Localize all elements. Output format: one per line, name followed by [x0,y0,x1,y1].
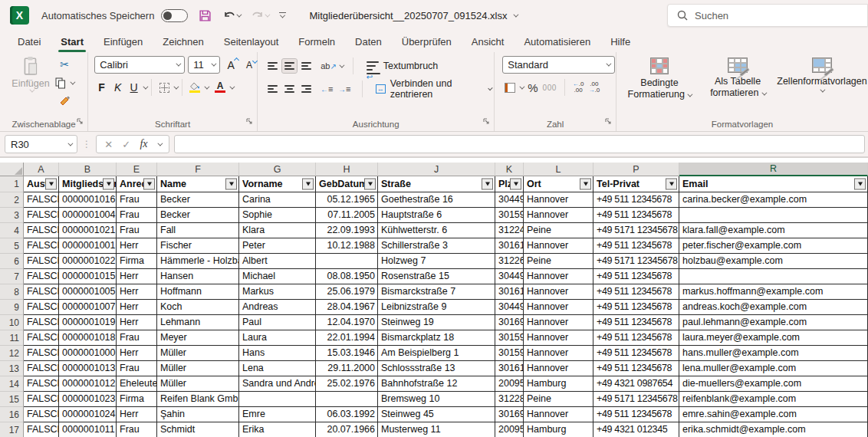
underline-button[interactable]: U [127,81,141,94]
cell-E12[interactable]: Herr [117,346,157,361]
accounting-format-button[interactable] [502,79,518,96]
column-header-K[interactable]: K [495,163,524,176]
cell-L10[interactable]: Hannover [524,315,593,330]
cell-J14[interactable]: Bahnhofstraße 12 [378,376,495,392]
cell-P4[interactable]: +49 5171 12345678 [593,223,679,238]
cell-J17[interactable]: Musterweg 11 [378,422,495,437]
borders-button[interactable] [156,79,172,96]
cell-J11[interactable]: Bismarckplatz 18 [378,330,495,346]
cell-A6[interactable]: FALSCH [24,254,59,269]
cell-K13[interactable]: 30161 [495,361,524,376]
cell-R4[interactable]: klara.fall@example.com [679,223,868,238]
cell-H10[interactable]: 12.04.1970 [316,315,378,330]
decrease-indent-button[interactable]: ←≡ [319,80,334,97]
cell-B4[interactable]: 0000001021 [59,223,117,238]
cell-A4[interactable]: FALSCH [24,223,59,238]
cancel-icon[interactable]: ✕ [104,139,113,150]
cell-B14[interactable]: 0000001012 [59,376,117,392]
row-header-8[interactable]: 8 [0,284,24,300]
align-top-button[interactable] [265,59,280,73]
cell-A9[interactable]: FALSCH [24,300,59,315]
alignment-dialog-launcher[interactable] [483,114,490,128]
cell-E7[interactable]: Herr [117,269,157,284]
cell-R17[interactable]: erika.schmidt@example.com [679,422,868,437]
cell-E16[interactable]: Herr [117,407,157,422]
cell-G15[interactable] [239,392,316,407]
align-center-button[interactable] [282,82,297,96]
increase-indent-button[interactable]: →≡ [337,80,352,97]
cell-P16[interactable]: +49 511 12345678 [593,407,679,422]
column-header-A[interactable]: A [24,163,59,176]
row-header-15[interactable]: 15 [0,392,24,407]
insert-function-button[interactable]: fx [140,138,147,150]
cell-E17[interactable]: Frau [117,422,157,437]
cell-R2[interactable]: carina.becker@example.com [679,192,868,208]
cell-P15[interactable]: +49 5171 12345678 [593,392,679,407]
filter-button-L[interactable] [580,179,591,190]
cell-K4[interactable]: 31224 [495,223,524,238]
cell-H14[interactable]: 25.02.1976 [316,376,378,392]
cell-L13[interactable]: Hannover [524,361,593,376]
cell-K1[interactable]: Plz [495,176,524,192]
font-name-select[interactable]: Calibri [94,56,185,74]
cell-L11[interactable]: Hannover [524,330,593,346]
cell-B5[interactable]: 0000001001 [59,238,117,254]
row-header-10[interactable]: 10 [0,315,24,330]
cell-K7[interactable]: 30449 [495,269,524,284]
cell-F16[interactable]: Şahin [157,407,239,422]
cell-B8[interactable]: 0000001005 [59,284,117,300]
excel-logo-icon[interactable]: X [10,6,29,25]
cell-A14[interactable]: FALSCH [24,376,59,392]
cell-F14[interactable]: Müller [157,376,239,392]
name-box[interactable] [5,135,77,153]
cell-L2[interactable]: Hannover [524,192,593,208]
cell-L12[interactable]: Hannover [524,346,593,361]
cell-G17[interactable]: Erika [239,422,316,437]
tab-datei[interactable]: Datei [8,31,51,52]
cell-G11[interactable]: Laura [239,330,316,346]
cell-L9[interactable]: Hannover [524,300,593,315]
filter-button-A[interactable] [45,179,57,190]
cell-B12[interactable]: 0000001000 [59,346,117,361]
cell-B17[interactable]: 0000001011 [59,422,117,437]
cell-F11[interactable]: Meyer [157,330,239,346]
cell-R13[interactable]: lena.muller@example.com [679,361,868,376]
cell-P14[interactable]: +49 4321 0987654 [593,376,679,392]
cell-A13[interactable]: FALSCH [24,361,59,376]
cut-button[interactable]: ✂ [55,56,74,73]
cell-K17[interactable]: 20095 [495,422,524,437]
column-header-H[interactable]: H [316,163,378,176]
cell-F1[interactable]: Name [157,176,239,192]
cell-B2[interactable]: 0000001016 [59,192,117,208]
percent-button[interactable]: % [528,81,538,94]
align-bottom-button[interactable] [299,59,314,73]
cell-K5[interactable]: 30161 [495,238,524,254]
cell-L14[interactable]: Hamburg [524,376,593,392]
cell-L17[interactable]: Hamburg [524,422,593,437]
cell-K15[interactable]: 31228 [495,392,524,407]
row-header-9[interactable]: 9 [0,300,24,315]
cell-A8[interactable]: FALSCH [24,284,59,300]
cell-G10[interactable]: Paul [239,315,316,330]
redo-button[interactable] [251,9,268,21]
document-title[interactable]: Mitgliederübersicht__20250707_091524.xls… [309,10,517,21]
row-header-17[interactable]: 17 [0,422,24,437]
cell-J16[interactable]: Steinweg 45 [378,407,495,422]
cell-L4[interactable]: Peine [524,223,593,238]
cell-H9[interactable]: 28.04.1967 [316,300,378,315]
cell-K11[interactable]: 30159 [495,330,524,346]
cell-P10[interactable]: +49 511 12345678 [593,315,679,330]
column-header-J[interactable]: J [378,163,495,176]
cell-H17[interactable]: 20.07.1966 [316,422,378,437]
cell-H2[interactable]: 05.12.1965 [316,192,378,208]
cell-E15[interactable]: Firma [117,392,157,407]
cell-A1[interactable]: Ausw [24,176,59,192]
align-right-button[interactable] [299,82,314,96]
font-dialog-launcher[interactable] [246,114,253,128]
tab-ansicht[interactable]: Ansicht [462,31,515,52]
cell-J12[interactable]: Am Beispielberg 1 [378,346,495,361]
cell-R8[interactable]: markus.hoffmann@example.com [679,284,868,300]
tab-ueberpruefen[interactable]: Überprüfen [392,31,462,52]
formula-input[interactable] [174,135,865,153]
italic-button[interactable]: K [110,81,125,94]
